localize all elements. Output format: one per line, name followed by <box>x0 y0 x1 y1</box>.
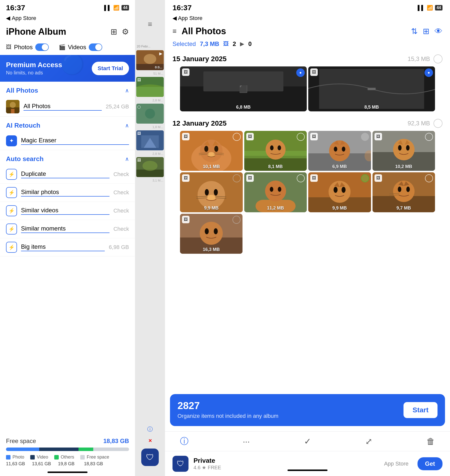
svg-point-68 <box>334 187 338 193</box>
svg-point-69 <box>342 187 346 193</box>
cat-photo-1[interactable]: 🖼 10,1 MB <box>180 131 243 171</box>
all-photos-item[interactable]: All Photos 25,24 GB <box>0 97 135 117</box>
videos-toggle-switch[interactable] <box>89 43 102 51</box>
strip-info-icon[interactable]: ⓘ <box>147 426 153 433</box>
svg-point-36 <box>266 140 286 160</box>
hamburger-icon[interactable]: ≡ <box>172 27 176 35</box>
duplicate-value: Check <box>114 171 129 178</box>
bottom-toolbar: ⓘ ··· ✓ ⤢ 🗑 <box>165 431 450 451</box>
videos-icon: 🎬 <box>59 44 66 50</box>
app-price: FREE <box>208 465 221 470</box>
similar-videos-item[interactable]: ⚡ Similar videos Check <box>0 202 135 220</box>
more-toolbar-icon[interactable]: ··· <box>243 437 250 446</box>
delete-toolbar-icon[interactable]: 🗑 <box>426 437 435 446</box>
big-items-item[interactable]: ⚡ Big items 6,98 GB <box>0 238 135 256</box>
strip-photo-icon-2: 🖼 <box>137 78 141 82</box>
sort-icon[interactable]: ⇅ <box>411 26 418 36</box>
strip-photo-1[interactable]: 0:0... ▶ <box>136 50 164 70</box>
video-count-icon: ▶ <box>240 41 244 47</box>
magic-eraser-item[interactable]: ✦ Magic Eraser <box>0 132 135 150</box>
jan15-photo2-select[interactable]: ● <box>424 68 433 77</box>
svg-point-81 <box>214 228 218 234</box>
cat-photo-2[interactable]: 🖼 8,1 MB <box>244 131 307 171</box>
svg-point-25 <box>200 140 222 162</box>
cat9-select[interactable] <box>232 216 240 224</box>
date-select-circle-jan12[interactable] <box>434 119 442 128</box>
cat-photo-8[interactable]: 🖼 9,7 MB <box>372 172 435 212</box>
cat2-select[interactable] <box>297 133 305 141</box>
cat6-icon: 🖼 <box>246 174 254 182</box>
strip-3d-icon: ⬡ <box>137 105 141 109</box>
right-status-bar: 16:37 ▌▌ 📶 44 <box>165 0 450 14</box>
banner-count: 2827 <box>178 400 278 411</box>
strip-x-icon[interactable]: ✕ <box>148 438 152 444</box>
right-wifi-icon: 📶 <box>427 5 433 11</box>
strip-photo-5[interactable]: 🖼 <box>136 157 164 177</box>
signal-icon: ▌▌ <box>104 5 111 11</box>
start-trial-button[interactable]: Start Trial <box>92 62 129 75</box>
date-select-circle-jan15[interactable] <box>434 54 442 63</box>
section-all-photos-header[interactable]: All Photos ∧ <box>0 82 135 97</box>
cat5-select[interactable] <box>233 174 241 182</box>
video-legend-label: Video <box>37 455 48 460</box>
cat6-select[interactable] <box>297 174 305 182</box>
svg-point-26 <box>204 146 208 152</box>
settings-icon[interactable]: ⚙ <box>122 27 129 36</box>
premium-banner: Premium Access No limits, no ads 🔵 Start… <box>0 55 135 82</box>
right-status-icons: ▌▌ 📶 44 <box>418 5 442 11</box>
duplicate-item[interactable]: ⚡ Duplicate Check <box>0 165 135 184</box>
view-icon[interactable]: 👁 <box>434 27 442 36</box>
similar-videos-value: Check <box>114 208 129 214</box>
get-button[interactable]: Get <box>418 457 442 470</box>
jan15-photo-2[interactable]: ▬ 🖼 ● 8,5 MB <box>308 66 435 111</box>
cat8-select[interactable] <box>425 174 433 182</box>
organize-banner: 2827 Organize items not included in any … <box>170 394 445 426</box>
right-back-nav[interactable]: ◀ App Store <box>165 14 450 24</box>
similar-moments-label: Similar moments <box>21 225 110 233</box>
cat4-select[interactable] <box>425 133 433 141</box>
right-signal-icon: ▌▌ <box>418 5 425 11</box>
selected-size: 7,3 MB <box>200 40 219 47</box>
section-auto-search-header[interactable]: Auto search ∧ <box>0 150 135 165</box>
strip-size-5: 3,1 M... <box>136 178 164 183</box>
section-ai-retouch-header[interactable]: AI Retouch ∧ <box>0 117 135 132</box>
similar-photos-item[interactable]: ⚡ Similar photos Check <box>0 184 135 202</box>
shield-button[interactable]: 🛡 <box>141 449 159 466</box>
cat-photo-7[interactable]: 🖼 9,9 MB <box>308 172 371 212</box>
expand-toolbar-icon[interactable]: ⤢ <box>365 436 372 446</box>
left-status-icons: ▌▌ 📶 44 <box>104 5 129 11</box>
strip-photo-4[interactable]: 🖼 <box>136 130 164 150</box>
freespace-bar <box>93 448 129 451</box>
check-toolbar-icon[interactable]: ✓ <box>304 436 311 446</box>
jan15-photo-1[interactable]: ⬛ 🖼 ● 6,8 MB <box>180 66 307 111</box>
cat-photo-5[interactable]: 🖼 9,9 MB <box>180 172 243 212</box>
cat7-select[interactable] <box>361 174 369 182</box>
similar-moments-item[interactable]: ⚡ Similar moments Check <box>0 220 135 238</box>
cat-photo-3[interactable]: 🖼 6,9 MB <box>308 131 371 171</box>
svg-point-79 <box>200 222 223 245</box>
cat3-select[interactable] <box>361 133 369 141</box>
strip-photo-2[interactable]: 🖼 <box>136 77 164 97</box>
strip-bottom-icons: ⓘ ✕ 🛡 <box>141 426 159 476</box>
cat-photo-6[interactable]: 🖼 11,2 MB <box>244 172 307 212</box>
strip-menu-icon[interactable]: ≡ <box>148 20 152 28</box>
app-store-ad: 🛡 Private 4.6 ★ FREE App Store Get <box>165 451 450 476</box>
jan15-photo1-select[interactable]: ● <box>296 68 305 77</box>
photos-toggle-switch[interactable] <box>35 43 49 51</box>
cat-photo-9[interactable]: 🖼 16,3 MB <box>180 214 242 254</box>
photo-layout-icon[interactable]: ⊞ <box>110 27 117 36</box>
right-time: 16:37 <box>172 3 192 12</box>
freespace-val: 18,83 GB <box>84 461 104 467</box>
cat1-select[interactable] <box>233 133 241 141</box>
cat9-icon: 🖼 <box>182 216 190 223</box>
banner-start-button[interactable]: Start <box>404 402 438 418</box>
info-toolbar-icon[interactable]: ⓘ <box>180 436 188 447</box>
strip-photo-3[interactable]: ⬡ <box>136 104 164 124</box>
left-back-nav[interactable]: ◀ App Store <box>0 14 135 24</box>
storage-bar <box>6 448 129 451</box>
date-row-jan12: 12 January 2025 92,3 MB <box>172 119 442 128</box>
banner-desc: Organize items not included in any album <box>178 412 278 420</box>
right-battery-icon: 44 <box>435 5 442 10</box>
filter-icon[interactable]: ⊞ <box>423 26 430 36</box>
cat-photo-4[interactable]: 🖼 10,2 MB <box>372 131 435 171</box>
